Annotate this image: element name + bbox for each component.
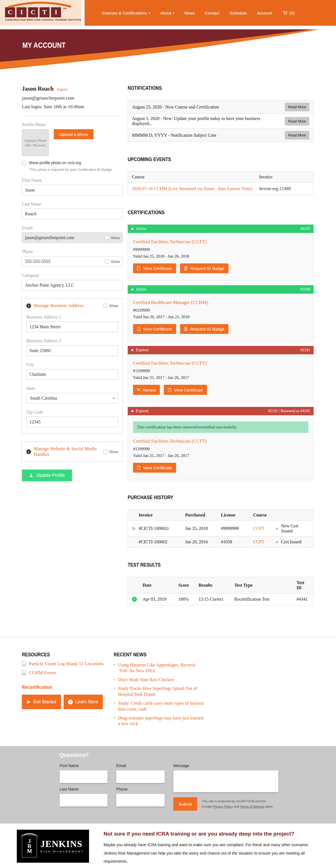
nav-news[interactable]: News	[184, 11, 195, 16]
notifications-table: August 25, 2020 - New Course and Certifi…	[128, 100, 314, 142]
q-phone-field[interactable]	[116, 794, 165, 806]
request-id-badge-button[interactable]: Request ID Badge	[180, 324, 228, 334]
button-label: Renew	[143, 388, 156, 392]
certification-ref: #4195	[301, 226, 310, 231]
view-certificate-button[interactable]: View Certificate	[133, 324, 176, 334]
manage-business-address-link[interactable]: Manage Business Address	[34, 303, 101, 308]
read-more-button[interactable]: Read More	[285, 117, 309, 126]
purchase-license: #9999999	[221, 526, 253, 531]
bullet-icon: •	[114, 715, 115, 727]
manage-social-handles-link[interactable]: Manage Website & Social Media Handles	[34, 446, 101, 457]
q-first-name-field[interactable]	[60, 770, 108, 783]
news-link[interactable]: Using Harpoon-Like Appendages, Bacteria …	[118, 662, 204, 674]
test-id-header: Test ID	[297, 580, 309, 590]
notification-text: MMMM D, YYYY - Notification Subject Line	[132, 133, 216, 138]
caret-down-icon: ▾	[113, 397, 114, 400]
button-label: View Certificate	[174, 388, 203, 392]
button-label: View Certificate	[143, 465, 172, 470]
jenkins-wordmark: JENKINS RISK MANAGEMENT	[40, 839, 84, 853]
account-panels: NOTIFICATIONS August 25, 2020 - New Cour…	[128, 85, 314, 620]
upload-photo-button[interactable]: Upload a photo	[54, 129, 93, 139]
email-label: Email	[22, 225, 123, 230]
nav-courses-certifications[interactable]: Courses & Certifications▾	[102, 11, 150, 16]
logo-tagline: CONSTRUCTION INFECTION CONTROL TRAINING …	[5, 19, 82, 21]
state-select[interactable]: South Carolina ▾	[26, 393, 118, 404]
profile-photo-dropzone[interactable]: Upload a Photo (Min: 300 pixels)	[22, 129, 49, 156]
nav-label: Schedule	[229, 11, 247, 16]
certification-title-link[interactable]: Certified Facilities Technician (CCFT)	[133, 438, 207, 444]
view-certificate-button[interactable]: View Certificate	[133, 463, 176, 473]
certification-status-bar: ✖Active #3190	[128, 285, 314, 293]
show-photo-checkbox[interactable]	[22, 161, 26, 165]
business-address2-label: Business Address 2	[26, 338, 118, 343]
nav-account[interactable]: Account	[257, 11, 272, 16]
show-social-handles-checkbox[interactable]	[103, 450, 107, 454]
paper-plane-icon	[27, 700, 31, 704]
resource-link-cchm-forms[interactable]: w CCHM Forms	[22, 670, 110, 676]
certification-validity: Valid Jan 25, 2017 - Jan 26, 2017	[133, 375, 308, 380]
invoice-header: Invoice	[139, 513, 152, 518]
jenkins-subtitle: RISK MANAGEMENT	[40, 850, 84, 853]
zip-field[interactable]	[26, 417, 118, 427]
submit-button[interactable]: Submit	[173, 797, 197, 811]
certification-card: ✖Active #4195 Certified Facilities Techn…	[128, 224, 314, 281]
renew-button[interactable]: ↻ Renew	[133, 385, 160, 395]
q-email-field[interactable]	[116, 770, 165, 783]
read-more-button[interactable]: Read More	[285, 103, 309, 111]
news-item: • Study Tracks How Superbugs Splash Out …	[114, 686, 204, 698]
get-started-button[interactable]: Get Started	[22, 694, 61, 709]
notifications-section: NOTIFICATIONS August 25, 2020 - New Cour…	[128, 85, 314, 142]
first-name-label: First Name	[22, 178, 123, 183]
news-link[interactable]: Study: Credit cards carry more types of …	[118, 701, 204, 712]
terms-of-service-link[interactable]: Terms of Service	[240, 805, 264, 808]
nav-schedule[interactable]: Schedule	[229, 11, 247, 16]
resources-news-section: RESOURCES x Particle Count Log Blank 12 …	[0, 637, 336, 746]
request-id-badge-button[interactable]: Request ID Badge	[180, 264, 228, 273]
business-address2-field[interactable]	[26, 345, 118, 356]
company-field[interactable]	[22, 280, 123, 290]
learn-more-button[interactable]: i Learn More	[63, 694, 103, 709]
read-more-button[interactable]: Read More	[285, 131, 309, 140]
nav-about[interactable]: About▾	[160, 11, 174, 16]
purchase-invoice: #CICTI-100002	[139, 539, 167, 545]
renewal-success-alert: This certification has been renewed/rece…	[133, 422, 308, 433]
show-phone-checkbox[interactable]	[105, 259, 109, 264]
first-name-field[interactable]	[22, 185, 123, 195]
logout-link[interactable]: logout	[57, 87, 67, 91]
recent-news-column: RECENT NEWS • Using Harpoon-Like Appenda…	[114, 652, 204, 730]
news-link[interactable]: Drug-resistant superbugs may have just l…	[118, 715, 204, 727]
q-last-name-field[interactable]	[60, 794, 108, 806]
show-business-address-checkbox[interactable]	[103, 304, 107, 308]
event-course-link[interactable]: 2020-07-16 CCHM (Live Streamed via Zoom …	[132, 186, 259, 191]
profile-column: Jason Roach logout jason@getanchorpoint.…	[22, 85, 123, 481]
purchase-date: Jan 25, 2018	[185, 526, 221, 531]
resource-link-particle-log[interactable]: x Particle Count Log Blank 12 Locations	[22, 661, 110, 666]
view-certificate-button[interactable]: View Certificate	[164, 385, 207, 395]
notification-row: August 25, 2020 - New Course and Certifi…	[128, 100, 313, 114]
site-logo[interactable]: C I C T I TM CONSTRUCTION INFECTION CONT…	[0, 0, 82, 26]
certification-title-link[interactable]: Certified Facilities Technician (CCFT)	[133, 239, 207, 245]
certification-number: #6329999	[133, 308, 308, 313]
certificate-document-icon	[137, 266, 141, 271]
q-message-field[interactable]	[173, 770, 278, 792]
purchase-course-link[interactable]: CCFT	[253, 539, 276, 545]
update-profile-button[interactable]: Update Profile	[22, 469, 72, 481]
upcoming-events-heading: UPCOMING EVENTS	[128, 157, 171, 162]
view-certificate-button[interactable]: View Certificate	[133, 264, 176, 273]
business-address1-field[interactable]	[26, 321, 118, 332]
privacy-policy-link[interactable]: Privacy Policy	[213, 805, 233, 808]
last-name-field[interactable]	[22, 209, 123, 219]
certification-title-link[interactable]: Certified Healthcare Manager (CCHM)	[133, 300, 208, 305]
news-link[interactable]: Don't Wash Your Raw Chicken	[118, 677, 174, 683]
nav-contact[interactable]: Contact	[205, 11, 220, 16]
certification-title-link[interactable]: Certified Facilities Technician (CCFT)	[133, 361, 207, 366]
news-link[interactable]: Study Tracks How Superbugs Splash Out of…	[118, 686, 204, 698]
recaptcha-text: and	[233, 805, 240, 808]
resource-label: Particle Count Log Blank 12 Locations	[29, 661, 104, 666]
resources-column: RESOURCES x Particle Count Log Blank 12 …	[22, 652, 110, 730]
certification-status-bar: ✖Active #4195	[128, 224, 314, 233]
purchase-course-link[interactable]: CCFT	[253, 526, 276, 531]
show-email-checkbox[interactable]	[105, 236, 109, 240]
city-field[interactable]	[26, 369, 118, 380]
nav-cart[interactable]: (0)	[282, 10, 294, 16]
